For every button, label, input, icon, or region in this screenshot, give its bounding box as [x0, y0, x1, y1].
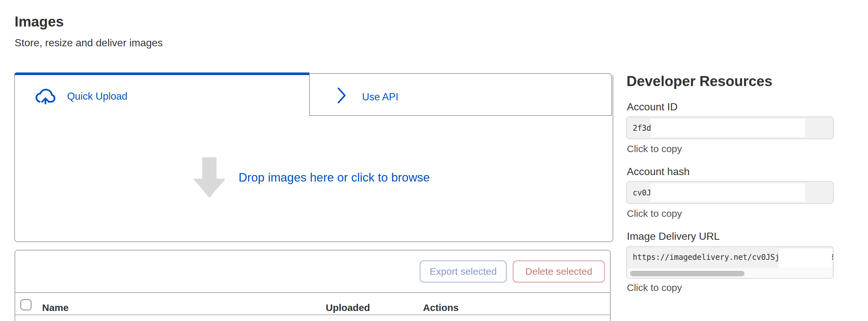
delivery-url-field[interactable]: https://imagedelivery.net/cv0JSj 3 [626, 246, 834, 279]
account-id-field[interactable]: 2f3d [626, 116, 834, 139]
panel-divider [14, 292, 611, 293]
tab-use-api-label[interactable]: Use API [362, 91, 398, 103]
down-arrow-icon [194, 157, 225, 198]
delivery-url-value: https://imagedelivery.net/cv0JSj [633, 253, 779, 262]
account-hash-value: cv0J [633, 188, 651, 198]
account-hash-copy-hint: Click to copy [627, 208, 682, 219]
delivery-url-copy-hint: Click to copy [627, 282, 682, 293]
tab-quick-upload[interactable] [14, 75, 309, 116]
redaction-overlay [651, 119, 805, 137]
column-header-actions: Actions [423, 302, 459, 313]
horizontal-scrollbar-thumb[interactable] [630, 271, 745, 276]
account-id-copy-hint: Click to copy [627, 143, 682, 154]
select-all-checkbox[interactable] [21, 299, 31, 310]
tab-quick-upload-label[interactable]: Quick Upload [67, 91, 127, 102]
account-id-value: 2f3d [633, 123, 651, 133]
developer-resources-title: Developer Resources [626, 73, 772, 89]
active-tab-indicator [14, 72, 310, 75]
redaction-overlay [779, 249, 833, 268]
export-selected-button[interactable]: Export selected [420, 260, 506, 283]
account-id-label: Account ID [627, 101, 678, 113]
horizontal-scrollbar-track [627, 268, 833, 278]
chevron-right-icon [336, 87, 347, 104]
page-subtitle: Store, resize and deliver images [14, 37, 163, 49]
header-row-divider [14, 315, 611, 315]
column-header-name: Name [42, 302, 69, 313]
page-title: Images [14, 13, 64, 30]
account-hash-field[interactable]: cv0J [626, 181, 834, 204]
delivery-url-label: Image Delivery URL [627, 230, 719, 242]
cloud-upload-icon [34, 87, 57, 104]
delete-selected-button[interactable]: Delete selected [513, 260, 605, 283]
account-hash-label: Account hash [627, 166, 690, 178]
url-overflow-fragment: 3 [832, 253, 834, 264]
tab-use-api[interactable] [309, 73, 612, 116]
dropzone-prompt[interactable]: Drop images here or click to browse [239, 171, 430, 184]
images-page: Images Store, resize and deliver images … [0, 0, 868, 321]
column-header-uploaded: Uploaded [326, 302, 370, 313]
redaction-overlay [651, 183, 805, 202]
